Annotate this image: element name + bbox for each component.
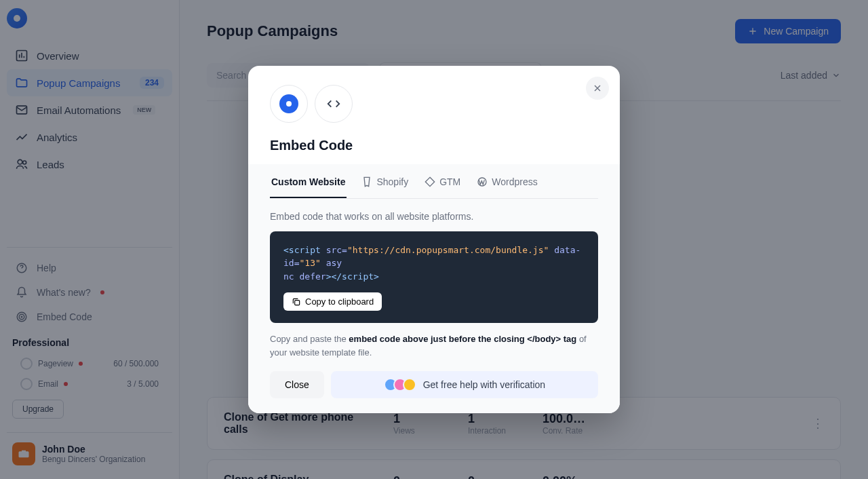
wordpress-icon	[477, 176, 488, 187]
svg-rect-10	[295, 300, 300, 305]
close-icon[interactable]	[586, 77, 609, 100]
tab-label: Custom Website	[271, 176, 345, 187]
modal-overlay[interactable]: Embed Code Custom Website Shopify GTM Wo…	[0, 0, 868, 479]
tab-description: Embed code that works on all website pla…	[270, 199, 598, 231]
embed-code-modal: Embed Code Custom Website Shopify GTM Wo…	[248, 66, 620, 414]
modal-title: Embed Code	[270, 138, 598, 153]
tab-label: Wordpress	[492, 176, 537, 187]
code-block: <script src="https://cdn.popupsmart.com/…	[270, 231, 598, 324]
tab-label: Shopify	[376, 176, 408, 187]
instruction-text: Copy and paste the embed code above just…	[270, 323, 598, 371]
code-text: <script src="https://cdn.popupsmart.com/…	[283, 244, 585, 284]
tabs: Custom Website Shopify GTM Wordpress	[270, 164, 598, 199]
avatar-stack	[384, 378, 416, 391]
close-button[interactable]: Close	[270, 371, 324, 398]
button-label: Get free help with verification	[423, 379, 546, 390]
get-help-button[interactable]: Get free help with verification	[331, 371, 598, 398]
tab-shopify[interactable]: Shopify	[360, 167, 410, 198]
tab-label: GTM	[439, 176, 460, 187]
shopify-icon	[361, 176, 372, 187]
button-label: Copy to clipboard	[305, 296, 374, 307]
tab-custom-website[interactable]: Custom Website	[270, 167, 347, 198]
copy-button[interactable]: Copy to clipboard	[283, 292, 382, 311]
brand-icon	[270, 85, 308, 123]
copy-icon	[292, 297, 301, 307]
gtm-icon	[425, 176, 435, 187]
code-icon	[315, 85, 353, 123]
tab-gtm[interactable]: GTM	[423, 167, 462, 198]
tab-wordpress[interactable]: Wordpress	[475, 167, 538, 198]
